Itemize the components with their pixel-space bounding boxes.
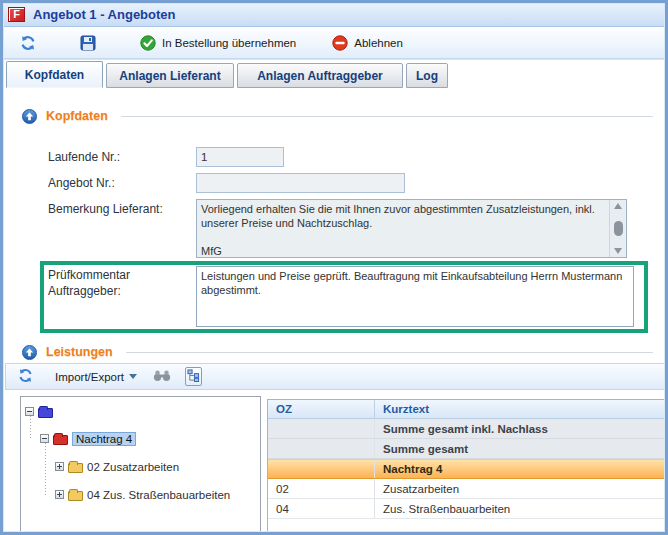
column-header-oz[interactable]: OZ [268,400,375,418]
cell-oz [268,439,375,458]
section-divider [126,352,653,353]
laufende-nr-label: Laufende Nr.: [48,150,120,164]
expander-minus-icon[interactable] [25,407,34,416]
tree-view-button[interactable] [185,367,202,386]
app-logo-icon: F [8,7,25,22]
tree-node-label[interactable]: Nachtrag 4 [72,432,136,446]
expander-plus-icon[interactable] [55,490,64,499]
table-row[interactable]: Summe gesamt inkl. Nachlass [268,419,667,439]
reject-button[interactable]: Ablehnen [327,32,408,54]
tab-anlagen-auftraggeber[interactable]: Anlagen Auftraggeber [237,63,403,88]
title-bar: F Angebot 1 - Angeboten [3,2,665,27]
column-header-kurztext[interactable]: Kurztext [375,403,667,415]
bemerkung-lieferant-field: Vorliegend erhalten Sie die mit Ihnen zu… [196,199,627,258]
positions-table: OZ Kurztext Summe gesamt inkl. Nachlass … [267,399,667,534]
yellow-folder-icon [68,463,83,473]
refresh-icon [18,368,33,385]
green-check-icon [140,35,156,51]
table-header-row: OZ Kurztext [268,400,667,419]
section-divider [121,116,653,117]
leistungen-toolbar: Import/Export [5,363,665,390]
application-window: F Angebot 1 - Angeboten In Bestellung üb… [0,0,668,535]
pruefkommentar-field: Leistungen und Preise geprüft. Beauftrag… [196,266,634,327]
save-icon [80,35,96,51]
tree-node-nachtrag[interactable]: Nachtrag 4 [40,430,136,447]
refresh-button[interactable] [15,32,41,54]
leistungen-section-title: Leistungen [46,345,113,359]
kopfdaten-section-header: Kopfdaten [22,108,653,124]
scrollbar-thumb[interactable] [614,221,623,236]
window-title: Angebot 1 - Angeboten [33,7,176,22]
cell-kurztext: Summe gesamt inkl. Nachlass [375,423,667,435]
kopfdaten-section-title: Kopfdaten [46,109,108,123]
main-toolbar: In Bestellung übernehmen Ablehnen [3,28,665,59]
tree-node-zusatzarbeiten[interactable]: 02 Zusatzarbeiten [55,458,179,475]
cell-kurztext: Summe gesamt [375,443,667,455]
cell-oz: 04 [268,499,375,518]
table-row[interactable]: 04 Zus. Straßenbauarbeiten [268,499,667,519]
table-row-selected[interactable]: Nachtrag 4 [268,459,667,479]
expander-plus-icon[interactable] [55,462,64,471]
search-button[interactable] [151,367,173,386]
expander-minus-icon[interactable] [40,434,49,443]
scroll-up-icon[interactable] [614,203,622,209]
accept-order-button[interactable]: In Bestellung übernehmen [135,32,301,54]
cell-kurztext: Nachtrag 4 [375,463,667,475]
tab-log[interactable]: Log [406,63,448,88]
cell-oz [268,419,375,438]
save-button[interactable] [75,32,101,54]
cell-kurztext: Zus. Straßenbauarbeiten [375,503,667,515]
collapse-section-icon[interactable] [22,345,37,360]
tab-anlagen-lieferant[interactable]: Anlagen Lieferant [106,63,234,88]
leistungen-section-header: Leistungen [22,344,653,360]
cell-oz: 02 [268,479,375,498]
cell-oz [268,460,375,478]
tab-strip: Kopfdaten Anlagen Lieferant Anlagen Auft… [3,59,665,88]
tab-kopfdaten[interactable]: Kopfdaten [6,61,103,88]
table-row[interactable]: Summe gesamt [268,439,667,459]
refresh-icon [20,35,36,51]
binoculars-icon [153,369,171,384]
bemerkung-lieferant-label: Bemerkung Lieferant: [48,202,163,216]
tree-node-label[interactable]: 02 Zusatzarbeiten [87,461,179,473]
refresh-button[interactable] [16,366,35,387]
table-row[interactable]: 02 Zusatzarbeiten [268,479,667,499]
textarea-scrollbar[interactable] [609,200,626,257]
import-export-dropdown[interactable]: Import/Export [53,369,139,385]
angebot-nr-input[interactable] [196,173,405,193]
laufende-nr-input[interactable] [196,147,284,167]
pruefkommentar-textarea[interactable]: Leistungen und Preise geprüft. Beauftrag… [196,266,634,327]
tree-view-icon [187,369,200,384]
deny-icon [332,35,348,51]
red-folder-icon [53,435,68,445]
tree-connector [45,443,46,496]
accept-order-label: In Bestellung übernehmen [162,37,296,49]
pruefkommentar-label-line2: Auftraggeber: [48,284,121,298]
tree-node-label[interactable]: 04 Zus. Straßenbauarbeiten [87,489,230,501]
tree-root-node[interactable] [25,403,53,420]
positions-tree-panel: Nachtrag 4 02 Zusatzarbeiten 04 Zus. Str… [20,396,261,534]
import-export-label: Import/Export [55,371,124,383]
collapse-section-icon[interactable] [22,109,37,124]
reject-label: Ablehnen [354,37,403,49]
bemerkung-lieferant-textarea[interactable]: Vorliegend erhalten Sie die mit Ihnen zu… [196,199,627,258]
pruefkommentar-label-line1: Prüfkommentar [48,268,130,282]
blue-folder-icon [38,408,53,418]
angebot-nr-label: Angebot Nr.: [48,176,115,190]
yellow-folder-icon [68,491,83,501]
tab-content-kopfdaten: Kopfdaten Laufende Nr.: Angebot Nr.: Bem… [3,88,665,532]
scroll-down-icon[interactable] [614,248,622,254]
chevron-down-icon [129,374,137,379]
cell-kurztext: Zusatzarbeiten [375,483,667,495]
tree-node-strassenbauarbeiten[interactable]: 04 Zus. Straßenbauarbeiten [55,486,230,503]
